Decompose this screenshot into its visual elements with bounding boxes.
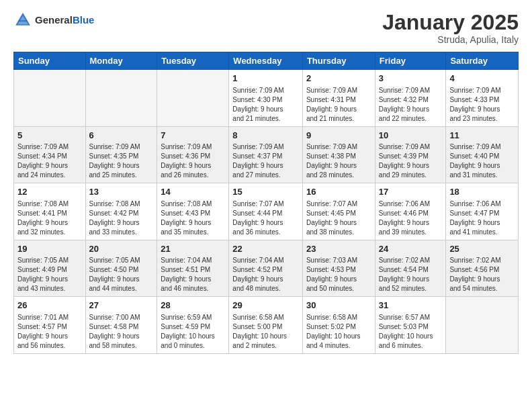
day-info: Sunrise: 7:03 AM Sunset: 4:53 PM Dayligh… [306, 256, 371, 293]
day-info: Sunrise: 7:09 AM Sunset: 4:32 PM Dayligh… [379, 86, 443, 124]
day-number: 23 [306, 243, 371, 255]
calendar-cell: 31Sunrise: 6:57 AM Sunset: 5:03 PM Dayli… [375, 297, 446, 354]
day-number: 31 [379, 300, 443, 312]
day-info: Sunrise: 7:05 AM Sunset: 4:50 PM Dayligh… [89, 256, 154, 293]
calendar-cell: 17Sunrise: 7:06 AM Sunset: 4:46 PM Dayli… [375, 183, 446, 240]
day-number: 24 [379, 243, 443, 255]
day-info: Sunrise: 6:58 AM Sunset: 5:02 PM Dayligh… [306, 313, 371, 351]
calendar-cell: 10Sunrise: 7:09 AM Sunset: 4:39 PM Dayli… [375, 126, 446, 183]
day-number: 5 [17, 130, 82, 142]
day-info: Sunrise: 7:09 AM Sunset: 4:39 PM Dayligh… [379, 142, 443, 180]
day-info: Sunrise: 7:04 AM Sunset: 4:51 PM Dayligh… [161, 256, 225, 293]
calendar-cell: 8Sunrise: 7:09 AM Sunset: 4:37 PM Daylig… [229, 126, 303, 183]
day-number: 6 [89, 130, 154, 142]
calendar-cell: 24Sunrise: 7:02 AM Sunset: 4:54 PM Dayli… [375, 240, 446, 297]
day-info: Sunrise: 7:05 AM Sunset: 4:49 PM Dayligh… [17, 256, 82, 293]
day-number: 4 [449, 73, 515, 85]
calendar-cell: 9Sunrise: 7:09 AM Sunset: 4:38 PM Daylig… [302, 126, 375, 183]
day-number: 3 [379, 73, 443, 85]
calendar-cell: 27Sunrise: 7:00 AM Sunset: 4:58 PM Dayli… [85, 297, 157, 354]
day-number: 28 [161, 300, 225, 312]
calendar-cell: 12Sunrise: 7:08 AM Sunset: 4:41 PM Dayli… [14, 183, 86, 240]
calendar-cell [85, 70, 157, 127]
calendar-cell: 18Sunrise: 7:06 AM Sunset: 4:47 PM Dayli… [446, 183, 519, 240]
header: GeneralBlue January 2025 Struda, Apulia,… [13, 11, 519, 45]
calendar-cell: 11Sunrise: 7:09 AM Sunset: 4:40 PM Dayli… [446, 126, 519, 183]
logo-blue: Blue [73, 14, 95, 26]
day-number: 9 [306, 130, 371, 142]
calendar-cell: 25Sunrise: 7:02 AM Sunset: 4:56 PM Dayli… [446, 240, 519, 297]
day-info: Sunrise: 6:57 AM Sunset: 5:03 PM Dayligh… [379, 313, 443, 351]
day-info: Sunrise: 7:02 AM Sunset: 4:56 PM Dayligh… [449, 256, 515, 293]
day-info: Sunrise: 7:02 AM Sunset: 4:54 PM Dayligh… [379, 256, 443, 293]
calendar-cell: 20Sunrise: 7:05 AM Sunset: 4:50 PM Dayli… [85, 240, 157, 297]
calendar-cell: 6Sunrise: 7:09 AM Sunset: 4:35 PM Daylig… [85, 126, 157, 183]
day-number: 2 [306, 73, 371, 85]
week-row-4: 19Sunrise: 7:05 AM Sunset: 4:49 PM Dayli… [14, 240, 519, 297]
day-number: 10 [379, 130, 443, 142]
svg-rect-2 [19, 20, 27, 21]
day-number: 18 [449, 186, 515, 198]
day-number: 17 [379, 186, 443, 198]
day-number: 11 [449, 130, 515, 142]
weekday-tuesday: Tuesday [157, 52, 229, 70]
calendar-cell: 21Sunrise: 7:04 AM Sunset: 4:51 PM Dayli… [157, 240, 229, 297]
logo-general: General [35, 14, 73, 26]
calendar-cell: 22Sunrise: 7:04 AM Sunset: 4:52 PM Dayli… [229, 240, 303, 297]
calendar-cell: 5Sunrise: 7:09 AM Sunset: 4:34 PM Daylig… [14, 126, 86, 183]
weekday-sunday: Sunday [14, 52, 86, 70]
week-row-3: 12Sunrise: 7:08 AM Sunset: 4:41 PM Dayli… [14, 183, 519, 240]
day-info: Sunrise: 7:08 AM Sunset: 4:41 PM Dayligh… [17, 199, 82, 237]
day-number: 1 [232, 73, 299, 85]
day-number: 22 [232, 243, 299, 255]
day-info: Sunrise: 7:01 AM Sunset: 4:57 PM Dayligh… [17, 313, 82, 351]
weekday-saturday: Saturday [446, 52, 519, 70]
logo-text: GeneralBlue [35, 15, 94, 26]
day-info: Sunrise: 7:08 AM Sunset: 4:43 PM Dayligh… [161, 199, 225, 237]
calendar-cell [14, 70, 86, 127]
calendar-cell: 29Sunrise: 6:58 AM Sunset: 5:00 PM Dayli… [229, 297, 303, 354]
weekday-thursday: Thursday [302, 52, 375, 70]
day-info: Sunrise: 7:09 AM Sunset: 4:34 PM Dayligh… [17, 142, 82, 180]
day-info: Sunrise: 6:58 AM Sunset: 5:00 PM Dayligh… [232, 313, 299, 351]
day-info: Sunrise: 7:04 AM Sunset: 4:52 PM Dayligh… [232, 256, 299, 293]
day-info: Sunrise: 7:06 AM Sunset: 4:47 PM Dayligh… [449, 199, 515, 237]
day-info: Sunrise: 6:59 AM Sunset: 4:59 PM Dayligh… [161, 313, 225, 351]
calendar-cell: 4Sunrise: 7:09 AM Sunset: 4:33 PM Daylig… [446, 70, 519, 127]
day-info: Sunrise: 7:09 AM Sunset: 4:37 PM Dayligh… [232, 142, 299, 180]
day-info: Sunrise: 7:09 AM Sunset: 4:35 PM Dayligh… [89, 142, 154, 180]
weekday-friday: Friday [375, 52, 446, 70]
logo-icon [13, 11, 32, 30]
calendar-cell: 3Sunrise: 7:09 AM Sunset: 4:32 PM Daylig… [375, 70, 446, 127]
weekday-monday: Monday [85, 52, 157, 70]
calendar-cell: 23Sunrise: 7:03 AM Sunset: 4:53 PM Dayli… [302, 240, 375, 297]
day-info: Sunrise: 7:00 AM Sunset: 4:58 PM Dayligh… [89, 313, 154, 351]
calendar-subtitle: Struda, Apulia, Italy [382, 34, 519, 45]
day-info: Sunrise: 7:09 AM Sunset: 4:30 PM Dayligh… [232, 86, 299, 124]
day-number: 14 [161, 186, 225, 198]
day-number: 7 [161, 130, 225, 142]
day-number: 8 [232, 130, 299, 142]
page: GeneralBlue January 2025 Struda, Apulia,… [0, 0, 532, 365]
calendar-cell: 19Sunrise: 7:05 AM Sunset: 4:49 PM Dayli… [14, 240, 86, 297]
day-number: 16 [306, 186, 371, 198]
day-info: Sunrise: 7:09 AM Sunset: 4:33 PM Dayligh… [449, 86, 515, 124]
week-row-1: 1Sunrise: 7:09 AM Sunset: 4:30 PM Daylig… [14, 70, 519, 127]
day-info: Sunrise: 7:08 AM Sunset: 4:42 PM Dayligh… [89, 199, 154, 237]
title-block: January 2025 Struda, Apulia, Italy [382, 11, 519, 45]
day-info: Sunrise: 7:07 AM Sunset: 4:44 PM Dayligh… [232, 199, 299, 237]
day-number: 15 [232, 186, 299, 198]
calendar-cell: 30Sunrise: 6:58 AM Sunset: 5:02 PM Dayli… [302, 297, 375, 354]
day-number: 25 [449, 243, 515, 255]
calendar-cell [446, 297, 519, 354]
weekday-header-row: SundayMondayTuesdayWednesdayThursdayFrid… [14, 52, 519, 70]
calendar-title: January 2025 [382, 11, 519, 34]
calendar-cell: 16Sunrise: 7:07 AM Sunset: 4:45 PM Dayli… [302, 183, 375, 240]
weekday-wednesday: Wednesday [229, 52, 303, 70]
day-number: 26 [17, 300, 82, 312]
day-number: 30 [306, 300, 371, 312]
week-row-2: 5Sunrise: 7:09 AM Sunset: 4:34 PM Daylig… [14, 126, 519, 183]
calendar-cell: 14Sunrise: 7:08 AM Sunset: 4:43 PM Dayli… [157, 183, 229, 240]
day-info: Sunrise: 7:09 AM Sunset: 4:38 PM Dayligh… [306, 142, 371, 180]
day-number: 21 [161, 243, 225, 255]
